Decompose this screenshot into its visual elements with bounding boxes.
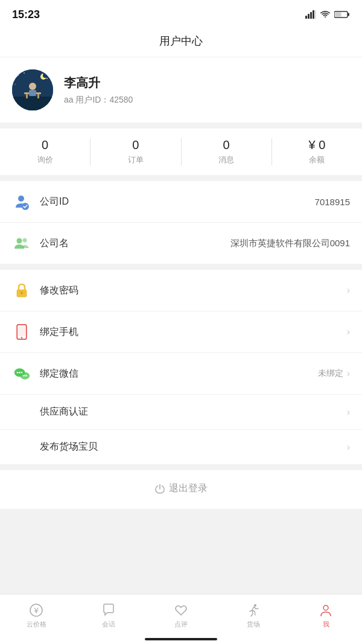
company-id-value: 7018915	[315, 197, 350, 207]
nav-me-label: 我	[323, 620, 329, 629]
nav-market[interactable]: 货场	[217, 595, 290, 632]
stat-messages-number: 0	[182, 138, 272, 152]
logout-label: 退出登录	[169, 482, 208, 495]
svg-rect-6	[348, 13, 350, 16]
stat-orders[interactable]: 0 订单	[91, 138, 181, 165]
power-icon	[154, 483, 165, 494]
svg-rect-14	[12, 97, 53, 110]
svg-rect-28	[21, 293, 22, 295]
svg-rect-19	[29, 90, 36, 96]
stat-balance-label: 余额	[272, 155, 362, 165]
lock-icon	[12, 281, 31, 300]
profile-section: 李高升 aa 用户ID：42580	[0, 57, 362, 123]
wifi-icon	[320, 10, 331, 19]
wechat-icon	[12, 364, 31, 383]
svg-point-34	[19, 372, 21, 374]
svg-point-39	[26, 375, 27, 376]
yuan-icon: ¥	[29, 603, 43, 617]
heart-icon	[174, 603, 188, 617]
svg-rect-17	[37, 94, 39, 98]
profile-name: 李高升	[64, 75, 133, 91]
chevron-icon: ›	[347, 285, 350, 296]
svg-point-31	[21, 337, 23, 339]
nav-review[interactable]: 点评	[145, 595, 217, 632]
info-section: 公司ID 7018915 公司名 深圳市英捷软件有限公司0091	[0, 181, 362, 264]
stats-section: 0 询价 0 订单 0 消息 ¥ 0 余额	[0, 129, 362, 175]
status-time: 15:23	[12, 8, 40, 21]
run-icon	[246, 603, 261, 617]
stat-inquiry-number: 0	[0, 138, 90, 152]
nav-me[interactable]: 我	[290, 595, 362, 632]
profile-info: 李高升 aa 用户ID：42580	[64, 75, 133, 106]
stat-messages-label: 消息	[182, 155, 272, 165]
company-id-icon	[12, 192, 31, 211]
user-icon	[319, 603, 333, 617]
bind-wechat-row[interactable]: 绑定微信 未绑定 ›	[0, 353, 362, 395]
chevron-icon: ›	[347, 442, 350, 453]
svg-rect-1	[308, 14, 310, 19]
svg-point-42	[254, 604, 256, 607]
stat-inquiry-label: 询价	[0, 155, 90, 165]
nav-review-label: 点评	[174, 620, 188, 629]
supplier-cert-label: 供应商认证	[40, 406, 347, 418]
company-id-label: 公司ID	[40, 196, 69, 208]
signal-icon	[305, 10, 316, 19]
supplier-cert-row[interactable]: 供应商认证 ›	[0, 395, 362, 430]
chat-icon	[101, 603, 116, 617]
svg-point-22	[18, 196, 24, 202]
stat-balance-number: ¥ 0	[272, 138, 362, 152]
svg-point-18	[29, 83, 36, 90]
profile-id: aa 用户ID：42580	[64, 95, 133, 106]
svg-rect-30	[18, 326, 25, 336]
svg-point-37	[22, 375, 24, 376]
page-title: 用户中心	[0, 27, 362, 57]
status-bar: 15:23	[0, 0, 362, 27]
bottom-nav: ¥ 云价格 会话 点评 货场 我	[0, 594, 362, 644]
svg-text:¥: ¥	[33, 606, 39, 615]
publish-goods-row[interactable]: 发布货场宝贝 ›	[0, 430, 362, 464]
publish-goods-label: 发布货场宝贝	[40, 441, 347, 453]
svg-rect-2	[310, 12, 312, 19]
company-id-row[interactable]: 公司ID 7018915	[0, 181, 362, 223]
status-icons	[305, 10, 350, 19]
company-name-icon	[12, 234, 31, 253]
svg-point-10	[24, 72, 25, 74]
svg-point-21	[43, 73, 48, 78]
svg-point-9	[17, 75, 19, 76]
menu-section: 修改密码 › 绑定手机 ›	[0, 270, 362, 464]
svg-rect-4	[315, 10, 316, 19]
nav-yunjiage-label: 云价格	[27, 620, 46, 629]
svg-point-13	[14, 84, 16, 85]
stat-orders-label: 订单	[91, 155, 180, 165]
svg-point-33	[17, 372, 19, 374]
svg-rect-0	[305, 16, 307, 19]
svg-rect-7	[335, 13, 341, 17]
bind-phone-label: 绑定手机	[40, 326, 347, 339]
company-name-label: 公司名	[40, 237, 69, 250]
nav-market-label: 货场	[247, 620, 260, 629]
stat-balance[interactable]: ¥ 0 余额	[272, 138, 362, 165]
bind-phone-row[interactable]: 绑定手机 ›	[0, 311, 362, 353]
svg-point-38	[24, 375, 25, 376]
svg-point-43	[323, 605, 328, 610]
company-name-row[interactable]: 公司名 深圳市英捷软件有限公司0091	[0, 223, 362, 264]
company-name-value: 深圳市英捷软件有限公司0091	[230, 238, 350, 249]
svg-rect-3	[313, 10, 314, 19]
change-password-label: 修改密码	[40, 284, 347, 297]
wechat-status: 未绑定	[318, 368, 343, 379]
change-password-row[interactable]: 修改密码 ›	[0, 270, 362, 311]
svg-rect-16	[26, 94, 28, 98]
stat-messages[interactable]: 0 消息	[182, 138, 272, 165]
logout-button[interactable]: 退出登录	[154, 482, 208, 495]
bottom-indicator	[145, 638, 217, 640]
stat-inquiry[interactable]: 0 询价	[0, 138, 91, 165]
chevron-icon: ›	[347, 368, 350, 379]
nav-chat-label: 会话	[102, 620, 115, 629]
svg-point-12	[46, 78, 48, 79]
logout-section[interactable]: 退出登录	[0, 470, 362, 509]
nav-chat[interactable]: 会话	[72, 595, 145, 632]
nav-yunjiage[interactable]: ¥ 云价格	[0, 595, 72, 632]
avatar	[12, 69, 53, 110]
svg-point-24	[17, 238, 22, 244]
svg-point-25	[23, 238, 27, 243]
